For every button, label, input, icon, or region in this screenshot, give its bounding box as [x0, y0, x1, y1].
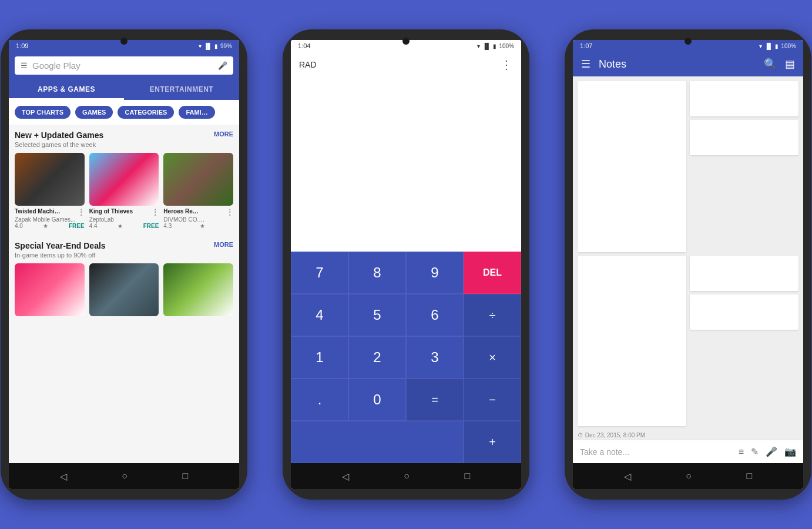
notes-input[interactable]: Take a note... — [580, 447, 732, 457]
key-0[interactable]: 0 — [348, 379, 406, 421]
recents-icon-3[interactable]: □ — [747, 471, 753, 481]
tab-apps-games[interactable]: APPS & GAMES — [9, 79, 124, 100]
notes-search-icon[interactable]: 🔍 — [764, 58, 777, 71]
game-rating-3: 4.3★ — [163, 223, 233, 229]
section-2-sub: In-game items up to 90% off — [15, 252, 106, 259]
signal-icon-3: ▐▌ — [764, 43, 773, 49]
key-5[interactable]: 5 — [348, 294, 406, 336]
filter-row: TOP CHARTS GAMES CATEGORIES FAMI… — [9, 100, 239, 125]
home-icon-1[interactable]: ○ — [122, 471, 127, 481]
key-equals[interactable]: = — [406, 379, 464, 421]
price-2: FREE — [143, 223, 159, 229]
key-6[interactable]: 6 — [406, 294, 464, 336]
key-4[interactable]: 4 — [291, 294, 348, 336]
key-8[interactable]: 8 — [348, 252, 406, 294]
note-card-1[interactable] — [578, 81, 686, 252]
notes-pencil-icon[interactable]: ✎ — [751, 446, 759, 457]
game-name-3: Heroes Re… ⋮ — [163, 208, 233, 216]
back-icon-2[interactable]: ◁ — [342, 471, 349, 482]
key-plus[interactable]: + — [464, 421, 521, 463]
game-name-text-3: Heroes Re… — [163, 208, 198, 216]
key-divide[interactable]: ÷ — [464, 294, 521, 336]
statusbar-1: 1:09 ▾ ▐▌ ▮ 99% — [9, 40, 239, 52]
price-1: FREE — [69, 223, 85, 229]
notes-mic-icon[interactable]: 🎤 — [766, 446, 777, 457]
hamburger-icon[interactable]: ☰ — [21, 61, 28, 70]
game-tile-4[interactable] — [15, 263, 85, 316]
status-time-2: 1:04 — [298, 42, 310, 49]
status-icons-3: ▾ ▐▌ ▮ 100% — [759, 43, 796, 49]
game-name-1: Twisted Machines: Road ⋮ — [15, 208, 85, 216]
mic-icon[interactable]: 🎤 — [218, 61, 227, 70]
recents-icon-1[interactable]: □ — [183, 471, 189, 481]
notes-menu-icon[interactable]: ☰ — [581, 58, 590, 71]
game-tile-6[interactable] — [163, 263, 233, 316]
bottom-nav-2: ◁ ○ □ — [291, 463, 521, 489]
game-tile-1[interactable] — [15, 153, 85, 206]
battery-icon: ▮ — [214, 43, 218, 49]
recents-icon-2[interactable]: □ — [465, 471, 471, 481]
back-icon-1[interactable]: ◁ — [60, 471, 67, 482]
notes-input-bar: Take a note... ≡ ✎ 🎤 📷 — [573, 440, 803, 463]
back-icon-3[interactable]: ◁ — [624, 471, 631, 482]
game-rating-1: 4.0★ FREE — [15, 223, 85, 229]
search-placeholder[interactable]: Google Play — [32, 61, 213, 71]
game-name-text-1: Twisted Machines: Road — [15, 208, 62, 216]
game-dev-1: Zapak Mobile Games... — [15, 216, 85, 223]
note-card-4[interactable] — [578, 256, 686, 427]
section-2-more[interactable]: MORE — [214, 241, 233, 248]
game-info-1: Twisted Machines: Road ⋮ Zapak Mobile Ga… — [15, 208, 85, 229]
phone-2-screen: 1:04 ▾ ▐▌ ▮ 100% RAD ⋮ 7 8 9 DEL 4 5 6 ÷ — [291, 40, 521, 489]
game-tile-2[interactable] — [89, 153, 159, 206]
game-menu-2[interactable]: ⋮ — [152, 208, 159, 216]
key-dot[interactable]: . — [291, 379, 348, 421]
filter-top-charts[interactable]: TOP CHARTS — [15, 106, 71, 119]
key-2[interactable]: 2 — [348, 336, 406, 379]
note-card-3[interactable] — [690, 120, 798, 155]
note-card-2[interactable] — [690, 81, 798, 116]
key-9[interactable]: 9 — [406, 252, 464, 294]
home-icon-2[interactable]: ○ — [404, 471, 410, 481]
notes-timestamp: ⏱ Dec 23, 2015, 8:00 PM — [573, 431, 803, 440]
key-3[interactable]: 3 — [406, 336, 464, 379]
key-minus[interactable]: − — [464, 379, 521, 421]
notes-grid — [573, 76, 803, 431]
rating-text-3: 4.3 — [163, 223, 172, 229]
game-tile-5[interactable] — [89, 263, 159, 316]
more-options-icon[interactable]: ⋮ — [501, 58, 513, 72]
section-2-title: Special Year-End Deals — [15, 241, 106, 250]
key-1[interactable]: 1 — [291, 336, 348, 379]
notes-grid-icon[interactable]: ▤ — [785, 58, 795, 71]
filter-games[interactable]: GAMES — [75, 106, 113, 119]
play-tabs: APPS & GAMES ENTERTAINMENT — [9, 79, 239, 100]
signal-icon-2: ▐▌ — [482, 43, 491, 49]
section-header-2: Special Year-End Deals In-game items up … — [15, 241, 233, 259]
rad-label[interactable]: RAD — [299, 60, 317, 69]
filter-family[interactable]: FAMI… — [179, 106, 214, 119]
note-col-4 — [690, 256, 798, 427]
home-icon-3[interactable]: ○ — [686, 471, 692, 481]
notes-camera-icon[interactable]: 📷 — [784, 446, 796, 457]
game-tiles-2 — [15, 263, 233, 316]
game-name-2: King of Thieves ⋮ — [89, 208, 159, 216]
tab-entertainment[interactable]: ENTERTAINMENT — [124, 79, 239, 100]
phone-1: 1:09 ▾ ▐▌ ▮ 99% ☰ Google Play 🎤 APPS & G… — [1, 29, 247, 500]
section-1-more[interactable]: MORE — [214, 130, 233, 138]
note-card-6[interactable] — [690, 294, 798, 330]
game-dev-3: DIVMOB CO.… — [163, 216, 233, 223]
play-search-bar[interactable]: ☰ Google Play 🎤 — [15, 56, 233, 75]
game-tiles-1 — [15, 153, 233, 206]
game-tile-3[interactable] — [163, 153, 233, 206]
section-title-block: New + Updated Games Selected games of th… — [15, 130, 103, 148]
filter-categories[interactable]: CATEGORIES — [118, 106, 174, 119]
game-menu-3[interactable]: ⋮ — [226, 208, 233, 216]
game-menu-1[interactable]: ⋮ — [78, 208, 85, 216]
play-header: ☰ Google Play 🎤 — [9, 52, 239, 79]
key-del[interactable]: DEL — [464, 252, 521, 294]
key-7[interactable]: 7 — [291, 252, 348, 294]
section-1-sub: Selected games of the week — [15, 141, 103, 148]
section-deals: Special Year-End Deals In-game items up … — [9, 235, 239, 319]
notes-list-icon[interactable]: ≡ — [739, 447, 744, 457]
note-card-5[interactable] — [690, 256, 798, 291]
key-multiply[interactable]: × — [464, 336, 521, 379]
